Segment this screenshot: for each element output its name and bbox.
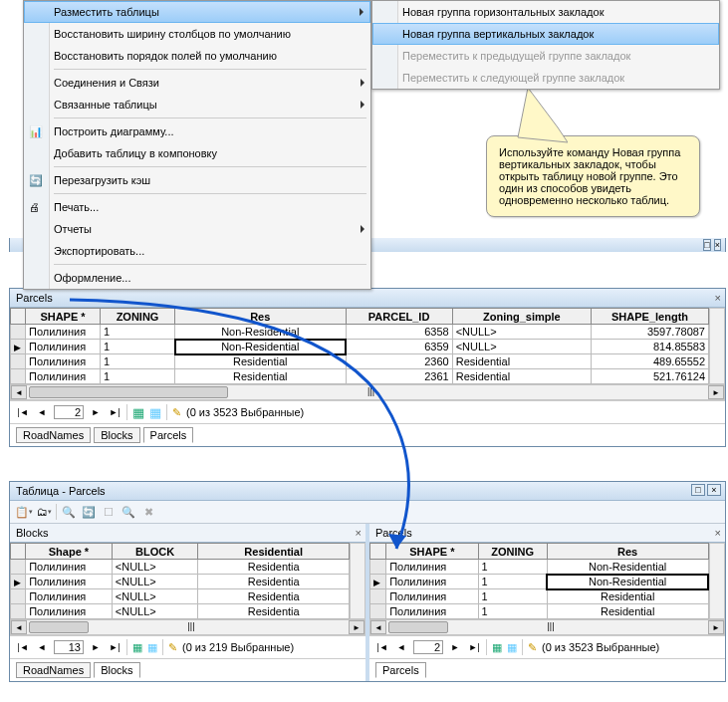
table-row[interactable]: ▶Полилиния1Non-Residential6359<NULL>814.… [11, 340, 709, 354]
show-all-icon[interactable]: ▦ [132, 641, 142, 654]
nav-status: (0 из 219 Выбранные) [182, 641, 294, 653]
nav-first[interactable]: |◄ [16, 640, 30, 654]
nav-position-input[interactable] [54, 405, 84, 419]
show-selected-icon[interactable]: ▦ [507, 641, 517, 654]
menu-item[interactable]: Разместить таблицы [24, 1, 370, 23]
column-header[interactable]: SHAPE * [26, 309, 101, 325]
table-row[interactable]: ▶Полилиния<NULL>Residentia [11, 575, 350, 589]
tab-blocks[interactable]: Blocks [94, 662, 139, 678]
close-icon[interactable]: × [715, 292, 721, 304]
delete-selected-icon[interactable]: ✖ [140, 504, 156, 520]
nav-last[interactable]: ►| [467, 640, 481, 654]
record-navigator: |◄ ◄ ► ►| ▦ ▦ ✎ (0 из 3523 Выбранные) [10, 400, 725, 423]
maximize-button[interactable]: □ [703, 239, 710, 251]
nav-prev[interactable]: ◄ [35, 405, 49, 419]
nav-last[interactable]: ►| [108, 405, 121, 419]
menu-item[interactable]: Экспортировать... [24, 240, 370, 262]
table-row[interactable]: Полилиния1Residential [370, 604, 709, 619]
help-callout: Используйте команду Новая группа вертика… [486, 135, 700, 217]
menu-item[interactable]: Оформление... [24, 267, 370, 289]
tab-parcels[interactable]: Parcels [375, 662, 426, 678]
close-icon[interactable]: × [356, 527, 362, 539]
close-button[interactable]: × [714, 239, 721, 251]
zoom-selected-icon[interactable]: 🔍 [121, 504, 136, 520]
menu-item[interactable]: Новая группа горизонтальных закладок [372, 1, 719, 23]
menu-item[interactable]: Отчеты [24, 218, 370, 240]
show-selected-icon[interactable]: ▦ [147, 641, 157, 654]
menu-item[interactable]: Восстановить порядок полей по умолчанию [24, 45, 370, 67]
menu-item: Переместить к следующей группе закладок [372, 67, 719, 89]
menu-item[interactable]: Перезагрузить кэш🔄 [24, 169, 370, 191]
column-header[interactable]: BLOCK [112, 544, 198, 560]
horizontal-scrollbar[interactable]: ◄ ||| ► [10, 384, 725, 400]
table-row[interactable]: Полилиния<NULL>Residentia [11, 589, 350, 604]
horizontal-scrollbar[interactable]: ◄ ||| ► [369, 619, 725, 635]
tab-roadnames[interactable]: RoadNames [16, 662, 91, 678]
nav-position-input[interactable] [54, 640, 84, 654]
show-selected-icon[interactable]: ▦ [149, 405, 161, 420]
menu-item[interactable]: Восстановить ширину столбцов по умолчани… [24, 23, 370, 45]
show-all-icon[interactable]: ▦ [132, 405, 144, 420]
table-parcels-small[interactable]: SHAPE *ZONINGResПолилиния1Non-Residentia… [369, 543, 709, 619]
chart-icon: 📊 [29, 125, 43, 138]
close-icon[interactable]: × [715, 527, 721, 539]
nav-next[interactable]: ► [448, 640, 462, 654]
table-row[interactable]: Полилиния1Non-Residential [370, 560, 709, 575]
column-header[interactable]: Zoning_simple [452, 309, 591, 325]
vertical-scrollbar[interactable] [350, 543, 365, 619]
tab-parcels[interactable]: Parcels [143, 427, 194, 443]
column-header[interactable]: Shape * [26, 544, 113, 560]
switch-selection-icon[interactable]: 🔄 [81, 504, 97, 520]
window-title: Таблица - Parcels □ × [10, 482, 725, 501]
close-button[interactable]: × [707, 484, 721, 496]
vertical-scrollbar[interactable] [709, 308, 725, 384]
menu-item[interactable]: Печать...🖨 [24, 196, 370, 218]
submenu-arrow-icon [361, 101, 364, 109]
nav-first[interactable]: |◄ [375, 640, 389, 654]
nav-last[interactable]: ►| [108, 640, 121, 654]
tab-strip: RoadNamesBlocks [10, 658, 365, 681]
menu-item[interactable]: Связанные таблицы [24, 94, 370, 116]
vertical-scrollbar[interactable] [709, 543, 725, 619]
column-header[interactable]: SHAPE * [386, 544, 478, 560]
table-row[interactable]: Полилиния1Residential [370, 589, 709, 604]
column-header[interactable]: ZONING [101, 309, 175, 325]
nav-status: (0 из 3523 Выбранные) [542, 641, 659, 653]
menu-item[interactable]: Построить диаграмму...📊 [24, 120, 370, 142]
nav-position-input[interactable] [413, 640, 443, 654]
tab-blocks[interactable]: Blocks [94, 427, 139, 443]
menu-item[interactable]: Соединения и Связи [24, 72, 370, 94]
related-tables-icon[interactable]: 🗂▾ [36, 504, 52, 520]
nav-next[interactable]: ► [89, 640, 103, 654]
table-row[interactable]: Полилиния<NULL>Residentia [11, 604, 350, 619]
pencil-icon: ✎ [172, 406, 181, 419]
nav-first[interactable]: |◄ [16, 405, 30, 419]
menu-item[interactable]: Новая группа вертикальных закладок [372, 23, 719, 45]
tab-roadnames[interactable]: RoadNames [16, 427, 91, 443]
table-row[interactable]: ▶Полилиния1Non-Residential [370, 575, 709, 589]
table-row[interactable]: Полилиния<NULL>Residentia [11, 560, 350, 575]
column-header[interactable]: Res [547, 544, 708, 560]
table-options-icon[interactable]: 📋▾ [16, 504, 32, 520]
column-header[interactable]: PARCEL_ID [346, 309, 452, 325]
table-parcels[interactable]: SHAPE *ZONINGResPARCEL_IDZoning_simpleSH… [10, 308, 709, 384]
column-header[interactable]: Res [175, 309, 346, 325]
maximize-button[interactable]: □ [691, 484, 705, 496]
select-by-attr-icon[interactable]: 🔍 [61, 504, 77, 520]
table-row[interactable]: Полилиния1Residential2360Residential489.… [11, 354, 709, 369]
nav-next[interactable]: ► [89, 405, 103, 419]
table-blocks[interactable]: Shape *BLOCKResidentialПолилиния<NULL>Re… [10, 543, 350, 619]
column-header[interactable]: SHAPE_length [592, 309, 709, 325]
nav-prev[interactable]: ◄ [35, 640, 49, 654]
tab-strip: Parcels [369, 658, 725, 681]
nav-prev[interactable]: ◄ [394, 640, 408, 654]
table-row[interactable]: Полилиния1Non-Residential6358<NULL>3597.… [11, 325, 709, 340]
column-header[interactable]: ZONING [478, 544, 547, 560]
clear-selection-icon[interactable]: ☐ [101, 504, 117, 520]
show-all-icon[interactable]: ▦ [492, 641, 502, 654]
table-row[interactable]: Полилиния1Residential2361Residential521.… [11, 369, 709, 384]
column-header[interactable]: Residential [198, 544, 350, 560]
horizontal-scrollbar[interactable]: ◄ ||| ► [10, 619, 365, 635]
menu-item[interactable]: Добавить таблицу в компоновку [24, 142, 370, 164]
tab-strip: RoadNamesBlocksParcels [10, 423, 725, 446]
